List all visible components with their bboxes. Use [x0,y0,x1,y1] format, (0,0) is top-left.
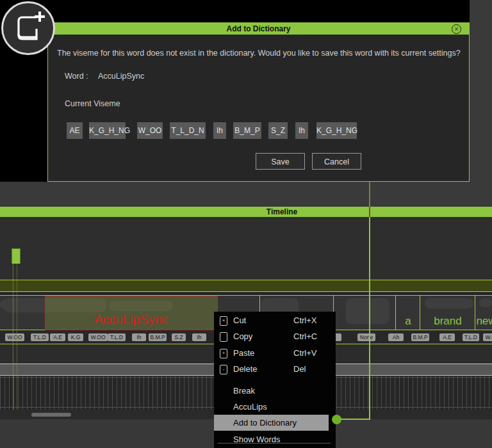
playhead-line-upper [369,182,370,207]
word-clip[interactable]: a [395,296,420,330]
viseme-chip[interactable]: None [357,333,375,341]
time-range-marker[interactable] [12,248,20,265]
viseme-button[interactable]: T_L_D_N [170,122,206,139]
current-viseme-label: Current Viseme [65,99,120,108]
add-book-badge [1,1,55,55]
viseme-chip[interactable]: A.E [439,333,455,341]
cancel-button[interactable]: Cancel [312,153,361,170]
cut-icon: × [220,316,227,326]
viseme-button[interactable]: AE [67,122,83,139]
save-button[interactable]: Save [256,153,305,170]
menu-item-paste[interactable]: +PasteCtrl+V [214,345,336,361]
viseme-chip[interactable]: W.OO [483,333,492,341]
viseme-button[interactable]: B_M_P [233,122,261,139]
menu-item-label: Paste [233,345,254,361]
timeline-toolbar: ↦⊠▾◫▣♪⌣+M+↔↔+×‖⊕▾◢◣↓▶|◀◀◀ [0,217,492,248]
viseme-chip[interactable]: T.L.D [108,333,126,341]
selected-word-label: AccuLipSync [45,312,217,327]
viseme-chip[interactable]: W.OO [88,333,108,341]
playhead-line[interactable] [369,217,370,420]
close-icon[interactable]: × [452,24,461,34]
viseme-chip[interactable]: B.M.P [149,333,167,341]
copy-icon [220,332,227,342]
menu-shortcut: Ctrl+C [293,328,317,344]
menu-shortcut: Ctrl+X [293,312,316,328]
timeline-ruler[interactable]: 1701751801851901952002052102152202252302… [0,248,492,264]
track-spacer [0,264,492,280]
menu-item-label: Delete [233,361,258,377]
menu-item-delete[interactable]: -DeleteDel [214,361,336,377]
word-clip[interactable]: new [475,296,492,330]
menu-item-label: Cut [233,312,246,328]
app-stage: Timeline ↦⊠▾◫▣♪⌣+M+↔↔+×‖⊕▾◢◣↓▶|◀◀◀ 17017… [0,0,492,448]
context-menu: ×CutCtrl+XCopyCtrl+C+PasteCtrl+V-DeleteD… [214,312,336,448]
collapsed-track-band[interactable] [0,280,492,292]
viseme-chip[interactable]: B.M.P [411,333,429,341]
menu-item-label: Show Words [233,431,280,447]
viseme-button[interactable]: W_OO [137,122,163,139]
menu-item-add-to-dictionary[interactable]: Add to Dictionary [214,415,329,431]
menu-item-label: Break [233,383,255,399]
viseme-chip[interactable]: A.E [50,333,65,341]
add-to-dictionary-dialog: Add to Dictionary × The viseme for this … [47,22,470,182]
viseme-chip[interactable]: T.L.D [31,333,49,341]
menu-item-show-words[interactable]: Show Words [214,431,336,447]
viseme-chip[interactable]: K.G [68,333,83,341]
word-value: AccuLipSync [98,72,144,81]
viseme-chip[interactable]: Ah [388,333,404,341]
word-clip[interactable] [333,296,396,330]
timeline-title: Timeline [266,207,297,216]
menu-item-label: Add to Dictionary [233,415,297,431]
viseme-chip[interactable]: W.OO [5,333,24,341]
delete-icon: - [220,365,227,374]
selected-word-clip[interactable]: AccuLipSync [45,296,218,330]
background-panel [470,0,492,182]
menu-shortcut: Del [293,361,306,377]
word-clip-label: new [475,315,492,328]
menu-item-acculips[interactable]: AccuLips [214,399,336,415]
range-marker-line [17,264,17,410]
menu-item-cut[interactable]: ×CutCtrl+X [214,312,336,328]
viseme-button[interactable]: Ih [295,122,308,139]
add-book-icon [3,3,53,53]
scrollbar-thumb[interactable] [31,413,71,417]
dialog-message: The viseme for this word does not exist … [57,49,461,58]
menu-item-break[interactable]: Break [214,383,336,399]
menu-item-label: AccuLips [233,399,267,415]
viseme-chip[interactable]: Ih [132,333,146,341]
background-panel [0,182,492,207]
viseme-button[interactable]: K_G_H_NG [316,122,357,139]
viseme-chip[interactable]: Ih [192,333,206,341]
viseme-button[interactable]: Ih [213,122,226,139]
viseme-button[interactable]: S_Z [268,122,288,139]
word-clip-label: brand [420,315,475,328]
dialog-title: Add to Dictionary [48,24,469,33]
viseme-chip[interactable]: S.Z [172,333,186,341]
menu-shortcut: Ctrl+V [293,345,316,361]
viseme-button[interactable]: K_G_H_NG [89,122,126,139]
dialog-header[interactable]: Add to Dictionary × [48,23,469,35]
menu-item-label: Copy [233,328,252,344]
word-label: Word : [65,72,88,81]
word-clip-label: a [396,315,420,328]
menu-item-copy[interactable]: CopyCtrl+C [214,328,336,344]
paste-icon: + [220,349,227,358]
timeline-header[interactable] [0,207,492,217]
word-clip[interactable]: brand [420,296,475,330]
playhead-line-header [369,207,370,217]
viseme-chip[interactable]: T.L.D [463,333,479,341]
range-marker-line [13,264,13,410]
callout-dot [332,415,341,424]
